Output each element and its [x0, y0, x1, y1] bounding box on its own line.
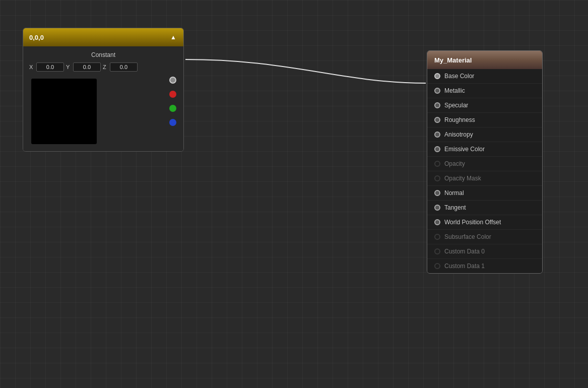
custom-data-1-pin-container: [434, 263, 440, 269]
opacity-pin[interactable]: [434, 161, 440, 167]
subsurface-color-pin[interactable]: [434, 234, 440, 240]
node-content-area: [29, 77, 177, 146]
output-pin-green[interactable]: [169, 105, 176, 112]
base-color-label: Base Color: [444, 73, 474, 80]
specular-pin-container: [434, 102, 440, 108]
anisotropy-pin[interactable]: [434, 132, 440, 138]
custom-data-1-label: Custom Data 1: [444, 263, 485, 270]
z-label: Z: [103, 64, 108, 70]
subsurface-color-label: Subsurface Color: [444, 233, 491, 240]
input-row-opacity: Opacity: [427, 157, 542, 171]
output-pin-white[interactable]: [169, 77, 176, 84]
opacity-pin-container: [434, 161, 440, 167]
normal-pin[interactable]: [434, 190, 440, 196]
z-input[interactable]: [110, 62, 138, 72]
blue-pin-circle: [169, 119, 176, 126]
anisotropy-label: Anisotropy: [444, 131, 473, 138]
xyz-row: X Y Z: [29, 62, 177, 72]
emissive-color-label: Emissive Color: [444, 146, 485, 153]
input-row-normal: Normal: [427, 186, 542, 201]
input-row-subsurface-color: Subsurface Color: [427, 230, 542, 244]
node-title: 0,0,0: [29, 34, 44, 41]
node-header: 0,0,0 ▲: [23, 28, 183, 46]
base-color-connected-pin[interactable]: [434, 73, 440, 79]
roughness-pin-container: [434, 117, 440, 123]
red-pin-circle: [169, 91, 176, 98]
world-position-offset-pin[interactable]: [434, 219, 440, 225]
specular-pin[interactable]: [434, 102, 440, 108]
input-row-tangent: Tangent: [427, 201, 542, 215]
specular-label: Specular: [444, 102, 468, 109]
input-row-anisotropy: Anisotropy: [427, 127, 542, 142]
y-input[interactable]: [73, 62, 101, 72]
custom-data-1-pin[interactable]: [434, 263, 440, 269]
x-label: X: [29, 64, 34, 70]
material-body: Base Color Metallic Specular Roughness: [427, 69, 542, 273]
roughness-pin[interactable]: [434, 117, 440, 123]
world-position-offset-pin-container: [434, 219, 440, 225]
input-row-emissive-color: Emissive Color: [427, 142, 542, 157]
subsurface-color-pin-container: [434, 234, 440, 240]
metallic-pin-container: [434, 88, 440, 94]
anisotropy-pin-container: [434, 132, 440, 138]
material-title: My_Material: [434, 56, 472, 64]
output-pin-blue[interactable]: [169, 119, 176, 126]
custom-data-0-pin-container: [434, 248, 440, 254]
roughness-label: Roughness: [444, 116, 475, 123]
tangent-pin-container: [434, 205, 440, 211]
green-pin-circle: [169, 105, 176, 112]
input-row-custom-data-0: Custom Data 0: [427, 244, 542, 259]
node-outputs: [169, 77, 177, 142]
x-input[interactable]: [36, 62, 64, 72]
input-row-world-position-offset: World Position Offset: [427, 215, 542, 230]
normal-pin-container: [434, 190, 440, 196]
input-row-roughness: Roughness: [427, 113, 542, 127]
tangent-pin[interactable]: [434, 205, 440, 211]
white-pin-circle: [169, 77, 176, 84]
base-color-pin-container: [434, 73, 440, 79]
material-header: My_Material: [427, 51, 542, 69]
output-pin-red[interactable]: [169, 91, 176, 98]
metallic-label: Metallic: [444, 87, 465, 94]
tangent-label: Tangent: [444, 204, 466, 211]
opacity-mask-pin-container: [434, 175, 440, 181]
opacity-mask-pin[interactable]: [434, 175, 440, 181]
y-label: Y: [66, 64, 71, 70]
input-row-specular: Specular: [427, 98, 542, 113]
opacity-label: Opacity: [444, 160, 465, 167]
opacity-mask-label: Opacity Mask: [444, 175, 481, 182]
node-preview: [31, 79, 97, 144]
input-row-opacity-mask: Opacity Mask: [427, 171, 542, 186]
normal-label: Normal: [444, 189, 464, 197]
constant-label: Constant: [29, 51, 177, 58]
collapse-button[interactable]: ▲: [169, 33, 177, 41]
custom-data-0-pin[interactable]: [434, 248, 440, 254]
custom-data-0-label: Custom Data 0: [444, 248, 485, 255]
node-body: Constant X Y Z: [23, 46, 183, 151]
material-node: My_Material Base Color Metallic Specular: [427, 50, 543, 274]
input-row-metallic: Metallic: [427, 84, 542, 98]
input-row-custom-data-1: Custom Data 1: [427, 259, 542, 273]
world-position-offset-label: World Position Offset: [444, 219, 501, 226]
metallic-pin[interactable]: [434, 88, 440, 94]
emissive-color-pin-container: [434, 146, 440, 152]
constant-node: 0,0,0 ▲ Constant X Y Z: [23, 28, 184, 152]
input-row-base-color: Base Color: [427, 69, 542, 84]
emissive-color-pin[interactable]: [434, 146, 440, 152]
